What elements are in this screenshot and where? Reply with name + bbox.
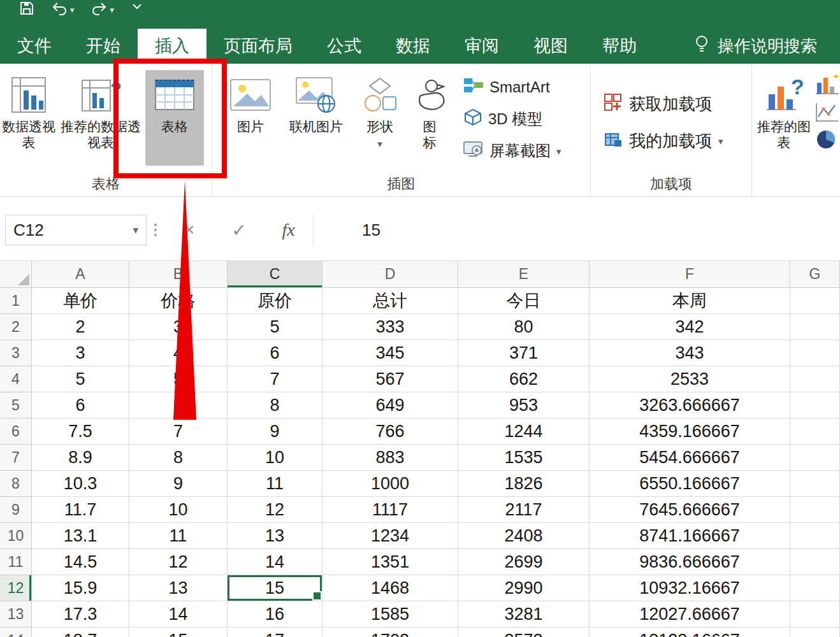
- cell-C9[interactable]: 12: [228, 497, 322, 523]
- row-header-10[interactable]: 10: [0, 523, 32, 549]
- cell-D9[interactable]: 1117: [322, 497, 458, 523]
- tell-me-search[interactable]: 操作说明搜索: [693, 29, 840, 64]
- cell-F12[interactable]: 10932.16667: [590, 575, 790, 601]
- cell-F5[interactable]: 3263.666667: [590, 392, 790, 419]
- pivottable-button[interactable]: 数据透视表: [1, 70, 56, 166]
- column-header-B[interactable]: B: [129, 261, 228, 288]
- cell-F6[interactable]: 4359.166667: [590, 419, 790, 445]
- cell-C8[interactable]: 11: [228, 471, 322, 497]
- cell-F2[interactable]: 342: [590, 314, 790, 340]
- table-button[interactable]: 表格: [145, 70, 204, 166]
- cell-B6[interactable]: 7: [129, 419, 228, 445]
- customize-quick-access-button[interactable]: [131, 1, 143, 14]
- cell-G9[interactable]: [790, 497, 840, 523]
- cell-F10[interactable]: 8741.166667: [590, 523, 790, 549]
- cell-B13[interactable]: 14: [129, 601, 228, 627]
- row-header-7[interactable]: 7: [0, 445, 32, 471]
- smartart-button[interactable]: SmartArt: [460, 73, 565, 102]
- cell-A4[interactable]: 5: [32, 366, 129, 392]
- cell-A9[interactable]: 11.7: [32, 497, 129, 523]
- cell-E8[interactable]: 1826: [458, 471, 590, 497]
- cell-A6[interactable]: 7.5: [32, 419, 129, 445]
- cell-B9[interactable]: 10: [129, 497, 228, 523]
- cell-D6[interactable]: 766: [322, 419, 458, 445]
- cell-A14[interactable]: 18.7: [32, 627, 129, 637]
- cell-C10[interactable]: 13: [228, 523, 322, 549]
- row-header-5[interactable]: 5: [0, 392, 32, 419]
- shapes-button[interactable]: 形状 ▾: [354, 70, 406, 166]
- cell-C14[interactable]: 17: [228, 627, 322, 637]
- ribbon-tab-file[interactable]: 文件: [0, 29, 69, 64]
- cell-C13[interactable]: 16: [228, 601, 322, 627]
- online-pictures-button[interactable]: 联机图片: [281, 70, 351, 166]
- cell-B12[interactable]: 13: [129, 575, 228, 601]
- cell-A12[interactable]: 15.9: [32, 575, 129, 601]
- cell-A1[interactable]: 单价: [32, 288, 129, 314]
- cell-D11[interactable]: 1351: [322, 549, 458, 575]
- cell-A7[interactable]: 8.9: [32, 445, 129, 471]
- namebox-dropdown-icon[interactable]: ▾: [133, 224, 138, 237]
- cell-G5[interactable]: [790, 392, 840, 419]
- cell-B4[interactable]: 5: [129, 366, 228, 392]
- cell-A13[interactable]: 17.3: [32, 601, 129, 627]
- cell-B2[interactable]: 3: [129, 314, 228, 340]
- cell-A10[interactable]: 13.1: [32, 523, 129, 549]
- my-addins-dropdown-icon[interactable]: ▾: [718, 136, 723, 147]
- cell-C11[interactable]: 14: [228, 549, 322, 575]
- cell-D4[interactable]: 567: [322, 366, 458, 392]
- row-header-14[interactable]: 14: [0, 627, 32, 637]
- select-all-corner[interactable]: [0, 261, 32, 288]
- cell-F9[interactable]: 7645.666667: [590, 497, 790, 523]
- cell-G2[interactable]: [790, 314, 840, 340]
- cell-E12[interactable]: 2990: [458, 575, 590, 601]
- screenshot-button[interactable]: 屏幕截图 ▾: [460, 136, 565, 166]
- ribbon-tab-page-layout[interactable]: 页面布局: [206, 29, 310, 64]
- cell-C4[interactable]: 7: [228, 366, 322, 392]
- ribbon-tab-view[interactable]: 视图: [516, 29, 585, 64]
- cell-F8[interactable]: 6550.166667: [590, 471, 790, 497]
- column-header-A[interactable]: A: [32, 261, 129, 288]
- redo-dropdown-icon[interactable]: ▾: [110, 5, 115, 15]
- cell-A11[interactable]: 14.5: [32, 549, 129, 575]
- name-box[interactable]: C12 ▾: [5, 215, 147, 245]
- column-header-G[interactable]: G: [790, 261, 840, 288]
- scatter-chart-icon[interactable]: [815, 101, 840, 125]
- cell-E6[interactable]: 1244: [458, 419, 590, 445]
- cell-E2[interactable]: 80: [458, 314, 590, 340]
- cell-B3[interactable]: 4: [129, 340, 228, 366]
- row-header-6[interactable]: 6: [0, 419, 32, 445]
- cell-A3[interactable]: 3: [32, 340, 129, 366]
- cell-A8[interactable]: 10.3: [32, 471, 129, 497]
- cell-G7[interactable]: [790, 445, 840, 471]
- cell-C12[interactable]: 15: [228, 575, 322, 601]
- column-header-D[interactable]: D: [322, 261, 458, 288]
- pie-chart-icon[interactable]: [815, 129, 840, 153]
- cell-E9[interactable]: 2117: [458, 497, 590, 523]
- ribbon-tab-review[interactable]: 审阅: [447, 29, 516, 64]
- cell-D13[interactable]: 1585: [322, 601, 458, 627]
- cell-B7[interactable]: 8: [129, 445, 228, 471]
- cell-E13[interactable]: 3281: [458, 601, 590, 627]
- row-header-2[interactable]: 2: [0, 314, 32, 340]
- cell-G4[interactable]: [790, 366, 840, 392]
- cell-E5[interactable]: 953: [458, 392, 590, 419]
- cell-D7[interactable]: 883: [322, 445, 458, 471]
- cell-G11[interactable]: [790, 549, 840, 575]
- column-header-E[interactable]: E: [458, 261, 590, 288]
- cell-G6[interactable]: [790, 419, 840, 445]
- cell-D5[interactable]: 649: [322, 392, 458, 419]
- row-header-4[interactable]: 4: [0, 366, 32, 392]
- 3d-models-button[interactable]: 3D 模型: [460, 104, 565, 134]
- formula-input[interactable]: 15: [314, 215, 840, 245]
- cell-D10[interactable]: 1234: [322, 523, 458, 549]
- ribbon-tab-help[interactable]: 帮助: [585, 29, 654, 64]
- cell-F7[interactable]: 5454.666667: [590, 445, 790, 471]
- undo-dropdown-icon[interactable]: ▾: [70, 5, 75, 15]
- cell-C3[interactable]: 6: [228, 340, 322, 366]
- cell-C1[interactable]: 原价: [228, 288, 322, 314]
- icons-button[interactable]: 图标: [409, 70, 451, 166]
- row-header-12[interactable]: 12: [0, 575, 32, 601]
- cell-E14[interactable]: 3572: [458, 627, 590, 637]
- cell-C5[interactable]: 8: [228, 392, 322, 419]
- cell-C6[interactable]: 9: [228, 419, 322, 445]
